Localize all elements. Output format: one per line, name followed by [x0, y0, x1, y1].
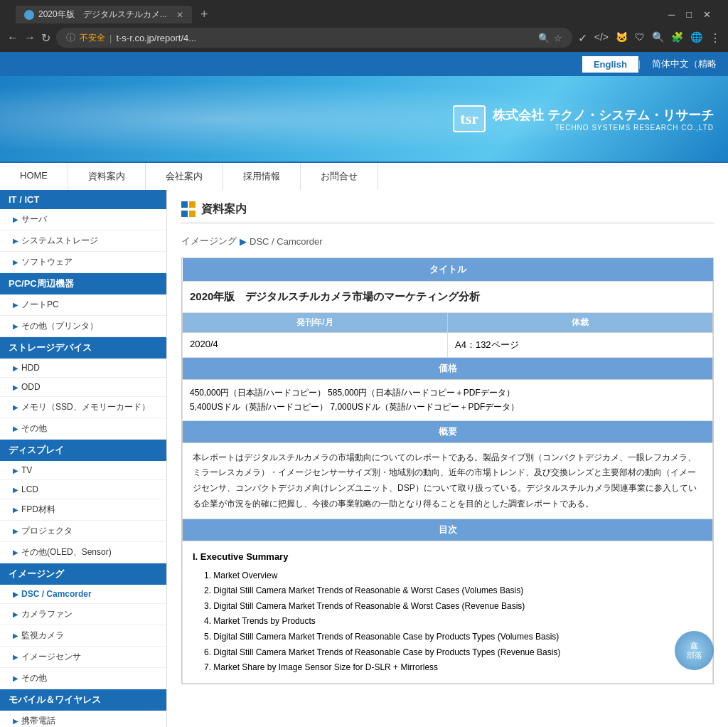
security-label: 不安全: [80, 32, 105, 44]
window-controls: ─ □ ✕: [660, 9, 719, 20]
new-tab-button[interactable]: +: [195, 7, 214, 22]
search-icon: 🔍: [538, 33, 550, 43]
sidebar-item-printer[interactable]: ▶その他（プリンタ）: [0, 316, 166, 337]
browser-chrome: 2020年版 デジタルスチルカメ... ✕ + ─ □ ✕ ← → ↻ ⓘ 不安…: [0, 0, 728, 52]
toc-item-7: 7. Market Share by Image Sensor Size for…: [193, 660, 702, 676]
nav-recruit[interactable]: 採用情報: [223, 163, 301, 190]
toc-item-3: 3. Digital Still Camera Market Trends of…: [193, 599, 702, 615]
tab-title: 2020年版 デジタルスチルカメ...: [38, 9, 166, 21]
price-en-hard: 5,400USドル（英語/ハードコピー）: [190, 402, 328, 412]
sidebar-item-notebook[interactable]: ▶ノートPC: [0, 294, 166, 316]
lang-chinese[interactable]: 简体中文（精略: [641, 55, 728, 73]
format-value: A4：132ページ: [448, 333, 713, 358]
sidebar-item-imaging-other[interactable]: ▶その他: [0, 668, 166, 689]
col-date-label: 発刊年/月: [183, 313, 448, 333]
address-bar: ← → ↻ ⓘ 不安全 | t-s-r.co.jp/report/4... 🔍 …: [0, 23, 728, 52]
menu-button[interactable]: ⋮: [710, 31, 721, 45]
breadcrumb-sep: ▶: [240, 236, 247, 247]
watermark: 鑫部落: [675, 631, 714, 670]
bookmark-icon[interactable]: ☆: [554, 33, 562, 43]
sidebar-item-lcd[interactable]: ▶LCD: [0, 480, 166, 499]
website-content: English | 简体中文（精略 tsr 株式会社 テクノ・システム・リサーチ…: [0, 52, 728, 727]
date-value: 2020/4: [183, 333, 448, 358]
price-en-pdf: 7,000USドル（英語/ハードコピー＋PDFデータ）: [330, 402, 519, 412]
nav-contact[interactable]: お問合せ: [301, 163, 378, 190]
forward-button[interactable]: →: [24, 31, 36, 44]
ext-icon-4[interactable]: 🛡: [635, 31, 645, 45]
main-nav: HOME 資料案内 会社案内 採用情報 お問合せ: [0, 161, 728, 190]
toc-item-5: 5. Digital Still Camera Market Trends of…: [193, 630, 702, 645]
page-layout: IT / ICT ▶サーバ ▶システムストレージ ▶ソフトウェア PC/PC周辺…: [0, 190, 728, 727]
main-content: 資料案内 イメージング ▶ DSC / Camcorder タイトル 2020年…: [167, 190, 728, 727]
toc-item-1: 1. Market Overview: [193, 568, 702, 584]
sidebar-section-pc: PC/PC周辺機器: [0, 273, 166, 294]
nav-catalog[interactable]: 資料案内: [68, 163, 146, 190]
browser-tab[interactable]: 2020年版 デジタルスチルカメ... ✕: [16, 6, 192, 23]
toolbar-icons: ✓ </> 🐱 🛡 🔍 🧩 🌐 ⋮: [578, 31, 721, 45]
price-jp-hard: 450,000円（日本語/ハードコピー）: [190, 388, 326, 398]
section-heading: 資料案内: [201, 202, 247, 217]
sidebar-item-tv[interactable]: ▶TV: [0, 461, 166, 480]
sidebar-item-fpd[interactable]: ▶FPD材料: [0, 499, 166, 521]
toc-item-2: 2. Digital Still Camera Market Trends of…: [193, 583, 702, 599]
tab-favicon: [24, 10, 34, 20]
summary-text: 本レポートはデジタルスチルカメラの市場動向についてのレポートである。製品タイプ別…: [183, 442, 713, 519]
col-toc-label: 目次: [183, 519, 713, 541]
ext-icon-6[interactable]: 🧩: [671, 31, 683, 45]
sidebar-item-projector[interactable]: ▶プロジェクタ: [0, 521, 166, 542]
tab-close[interactable]: ✕: [176, 10, 183, 20]
sidebar-section-storage: ストレージデバイス: [0, 337, 166, 359]
close-button[interactable]: ✕: [703, 9, 711, 20]
product-title: 2020年版 デジタルスチルカメラ市場のマーケティング分析: [183, 282, 713, 313]
breadcrumb: イメージング ▶ DSC / Camcorder: [181, 235, 714, 248]
sidebar-item-storage-other[interactable]: ▶その他: [0, 418, 166, 440]
sidebar: IT / ICT ▶サーバ ▶システムストレージ ▶ソフトウェア PC/PC周辺…: [0, 190, 167, 727]
language-bar: English | 简体中文（精略: [0, 52, 728, 76]
price-content: 450,000円（日本語/ハードコピー） 585,000円（日本語/ハードコピー…: [183, 380, 713, 421]
sidebar-section-mobile: モバイル＆ワイヤレス: [0, 689, 166, 711]
nav-about[interactable]: 会社案内: [146, 163, 223, 190]
sidebar-section-display: ディスプレイ: [0, 440, 166, 461]
url-bar[interactable]: ⓘ 不安全 | t-s-r.co.jp/report/4... 🔍 ☆: [56, 28, 572, 48]
col-format-label: 体裁: [448, 313, 713, 333]
toc-item-4: 4. Market Trends by Products: [193, 614, 702, 630]
minimize-button[interactable]: ─: [668, 9, 675, 20]
back-button[interactable]: ←: [7, 31, 18, 44]
section-title-bar: 資料案内: [181, 201, 714, 223]
ext-icon-7[interactable]: 🌐: [690, 31, 702, 45]
sidebar-item-mobile-phone[interactable]: ▶携帯電話: [0, 711, 166, 727]
company-name-en: TECHNO SYSTEMS RESEARCH CO.,LTD: [493, 124, 714, 132]
section-icon: [181, 201, 196, 217]
nav-home[interactable]: HOME: [0, 163, 68, 190]
company-name-jp: 株式会社 テクノ・システム・リサーチ: [493, 107, 714, 124]
lang-english[interactable]: English: [582, 56, 638, 73]
maximize-button[interactable]: □: [686, 9, 692, 20]
toc-item-6: 6. Digital Still Camera Market Trends of…: [193, 645, 702, 661]
sidebar-item-oled[interactable]: ▶その他(OLED、Sensor): [0, 542, 166, 563]
toc-h1: I. Executive Summary: [193, 548, 702, 565]
ext-icon-1[interactable]: ✓: [578, 31, 587, 45]
col-price-label: 価格: [183, 358, 713, 380]
info-icon: ⓘ: [66, 31, 75, 44]
sidebar-item-memory[interactable]: ▶メモリ（SSD、メモリーカード）: [0, 397, 166, 418]
sidebar-item-dsc[interactable]: ▶DSC / Camcorder: [0, 585, 166, 604]
sidebar-item-surveillance[interactable]: ▶監視カメラ: [0, 625, 166, 647]
col-summary-label: 概要: [183, 420, 713, 442]
sidebar-item-server[interactable]: ▶サーバ: [0, 209, 166, 230]
sidebar-item-camera-fun[interactable]: ▶カメラファン: [0, 604, 166, 625]
sidebar-section-ict: IT / ICT: [0, 190, 166, 209]
reload-button[interactable]: ↻: [41, 31, 50, 45]
sidebar-item-image-sensor[interactable]: ▶イメージセンサ: [0, 647, 166, 668]
site-header: tsr 株式会社 テクノ・システム・リサーチ TECHNO SYSTEMS RE…: [0, 76, 728, 161]
sidebar-item-system-storage[interactable]: ▶システムストレージ: [0, 230, 166, 252]
sidebar-item-hdd[interactable]: ▶HDD: [0, 359, 166, 378]
sidebar-section-imaging: イメージング: [0, 563, 166, 585]
ext-icon-3[interactable]: 🐱: [616, 31, 628, 45]
logo-mark: tsr: [453, 105, 486, 132]
sidebar-item-odd[interactable]: ▶ODD: [0, 378, 166, 397]
col-title: タイトル: [183, 258, 713, 282]
ext-icon-2[interactable]: </>: [594, 31, 609, 45]
sidebar-item-software[interactable]: ▶ソフトウェア: [0, 252, 166, 273]
ext-icon-5[interactable]: 🔍: [652, 31, 664, 45]
price-jp-pdf: 585,000円（日本語/ハードコピー＋PDFデータ）: [328, 388, 515, 398]
